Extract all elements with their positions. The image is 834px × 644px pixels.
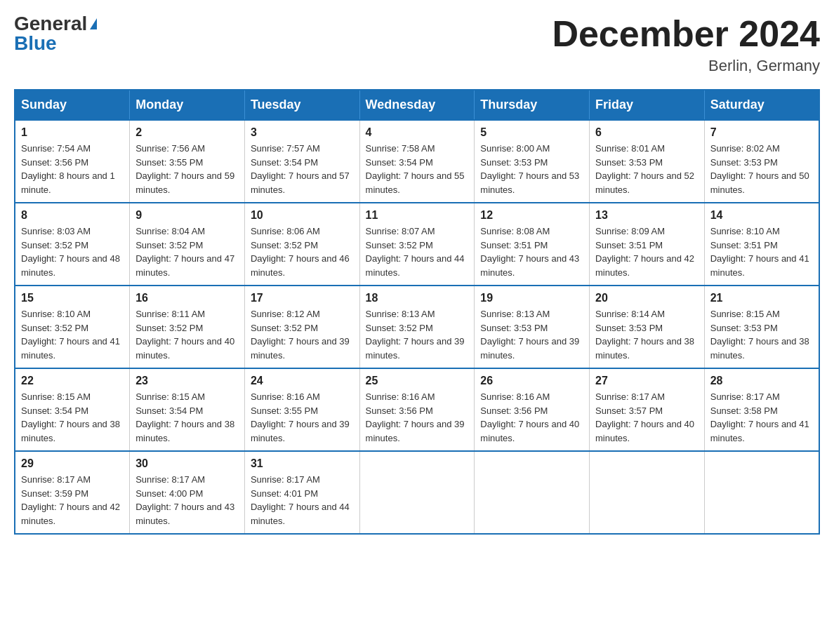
day-cell: 16Sunrise: 8:11 AMSunset: 3:52 PMDayligh… — [130, 286, 245, 368]
day-number: 25 — [366, 375, 469, 387]
day-info: Sunrise: 8:17 AMSunset: 4:00 PMDaylight:… — [135, 473, 239, 528]
day-info: Sunrise: 8:17 AMSunset: 4:01 PMDaylight:… — [251, 473, 354, 528]
day-info: Sunrise: 8:06 AMSunset: 3:52 PMDaylight:… — [251, 224, 354, 279]
day-number: 1 — [21, 126, 124, 139]
weekday-header-sunday: Sunday — [15, 90, 130, 120]
day-number: 19 — [480, 292, 583, 304]
day-info: Sunrise: 8:15 AMSunset: 3:54 PMDaylight:… — [135, 390, 239, 445]
day-cell — [475, 451, 590, 534]
day-info: Sunrise: 8:16 AMSunset: 3:56 PMDaylight:… — [480, 390, 583, 445]
day-info: Sunrise: 8:09 AMSunset: 3:51 PMDaylight:… — [595, 224, 699, 279]
logo-general-text: General — [14, 14, 87, 34]
day-info: Sunrise: 8:14 AMSunset: 3:53 PMDaylight:… — [595, 307, 699, 362]
day-number: 5 — [480, 126, 583, 139]
weekday-header-saturday: Saturday — [704, 90, 819, 120]
week-row-1: 1Sunrise: 7:54 AMSunset: 3:56 PMDaylight… — [15, 120, 819, 203]
day-info: Sunrise: 8:13 AMSunset: 3:52 PMDaylight:… — [366, 307, 469, 362]
weekday-header-friday: Friday — [590, 90, 705, 120]
page-header: General Blue December 2024 Berlin, Germa… — [14, 14, 820, 75]
day-cell: 2Sunrise: 7:56 AMSunset: 3:55 PMDaylight… — [130, 120, 245, 203]
weekday-header-thursday: Thursday — [475, 90, 590, 120]
day-number: 6 — [595, 126, 699, 139]
day-number: 17 — [251, 292, 354, 304]
logo-triangle-icon — [90, 18, 97, 29]
day-info: Sunrise: 8:07 AMSunset: 3:52 PMDaylight:… — [366, 224, 469, 279]
day-number: 7 — [710, 126, 813, 139]
month-title: December 2024 — [552, 14, 820, 54]
calendar-table: SundayMondayTuesdayWednesdayThursdayFrid… — [14, 89, 820, 535]
title-block: December 2024 Berlin, Germany — [552, 14, 820, 75]
day-number: 10 — [251, 209, 354, 222]
day-cell: 31Sunrise: 8:17 AMSunset: 4:01 PMDayligh… — [244, 451, 359, 534]
day-info: Sunrise: 8:12 AMSunset: 3:52 PMDaylight:… — [251, 307, 354, 362]
day-cell: 1Sunrise: 7:54 AMSunset: 3:56 PMDaylight… — [15, 120, 130, 203]
day-cell: 21Sunrise: 8:15 AMSunset: 3:53 PMDayligh… — [704, 286, 819, 368]
day-number: 24 — [251, 375, 354, 387]
day-cell — [704, 451, 819, 534]
day-cell: 25Sunrise: 8:16 AMSunset: 3:56 PMDayligh… — [359, 368, 475, 451]
day-number: 23 — [135, 375, 239, 387]
day-cell: 11Sunrise: 8:07 AMSunset: 3:52 PMDayligh… — [359, 203, 475, 286]
week-row-2: 8Sunrise: 8:03 AMSunset: 3:52 PMDaylight… — [15, 203, 819, 286]
week-row-4: 22Sunrise: 8:15 AMSunset: 3:54 PMDayligh… — [15, 368, 819, 451]
day-number: 31 — [251, 457, 354, 470]
day-info: Sunrise: 8:00 AMSunset: 3:53 PMDaylight:… — [480, 142, 583, 196]
day-cell: 5Sunrise: 8:00 AMSunset: 3:53 PMDaylight… — [475, 120, 590, 203]
day-info: Sunrise: 8:01 AMSunset: 3:53 PMDaylight:… — [595, 142, 699, 196]
day-cell: 18Sunrise: 8:13 AMSunset: 3:52 PMDayligh… — [359, 286, 475, 368]
day-info: Sunrise: 7:54 AMSunset: 3:56 PMDaylight:… — [21, 142, 124, 196]
day-number: 9 — [135, 209, 239, 222]
day-cell: 7Sunrise: 8:02 AMSunset: 3:53 PMDaylight… — [704, 120, 819, 203]
day-info: Sunrise: 8:11 AMSunset: 3:52 PMDaylight:… — [135, 307, 239, 362]
day-info: Sunrise: 8:15 AMSunset: 3:53 PMDaylight:… — [710, 307, 813, 362]
day-number: 11 — [366, 209, 469, 222]
day-cell: 3Sunrise: 7:57 AMSunset: 3:54 PMDaylight… — [244, 120, 359, 203]
day-number: 29 — [21, 457, 124, 470]
logo: General Blue — [14, 14, 97, 53]
day-info: Sunrise: 7:56 AMSunset: 3:55 PMDaylight:… — [135, 142, 239, 196]
day-info: Sunrise: 7:58 AMSunset: 3:54 PMDaylight:… — [366, 142, 469, 196]
day-cell: 6Sunrise: 8:01 AMSunset: 3:53 PMDaylight… — [590, 120, 705, 203]
weekday-header-row: SundayMondayTuesdayWednesdayThursdayFrid… — [15, 90, 819, 120]
location-subtitle: Berlin, Germany — [552, 57, 820, 75]
day-info: Sunrise: 8:10 AMSunset: 3:52 PMDaylight:… — [21, 307, 124, 362]
day-number: 3 — [251, 126, 354, 139]
day-number: 20 — [595, 292, 699, 304]
day-cell: 10Sunrise: 8:06 AMSunset: 3:52 PMDayligh… — [244, 203, 359, 286]
day-cell: 28Sunrise: 8:17 AMSunset: 3:58 PMDayligh… — [704, 368, 819, 451]
day-number: 4 — [366, 126, 469, 139]
day-number: 14 — [710, 209, 813, 222]
day-info: Sunrise: 8:03 AMSunset: 3:52 PMDaylight:… — [21, 224, 124, 279]
day-cell: 14Sunrise: 8:10 AMSunset: 3:51 PMDayligh… — [704, 203, 819, 286]
day-number: 8 — [21, 209, 124, 222]
day-cell — [590, 451, 705, 534]
day-info: Sunrise: 8:04 AMSunset: 3:52 PMDaylight:… — [135, 224, 239, 279]
day-info: Sunrise: 8:16 AMSunset: 3:55 PMDaylight:… — [251, 390, 354, 445]
day-cell: 15Sunrise: 8:10 AMSunset: 3:52 PMDayligh… — [15, 286, 130, 368]
day-number: 16 — [135, 292, 239, 304]
day-cell: 24Sunrise: 8:16 AMSunset: 3:55 PMDayligh… — [244, 368, 359, 451]
day-info: Sunrise: 8:16 AMSunset: 3:56 PMDaylight:… — [366, 390, 469, 445]
weekday-header-monday: Monday — [130, 90, 245, 120]
day-cell: 30Sunrise: 8:17 AMSunset: 4:00 PMDayligh… — [130, 451, 245, 534]
day-cell: 23Sunrise: 8:15 AMSunset: 3:54 PMDayligh… — [130, 368, 245, 451]
day-number: 27 — [595, 375, 699, 387]
weekday-header-wednesday: Wednesday — [359, 90, 475, 120]
day-number: 30 — [135, 457, 239, 470]
day-info: Sunrise: 8:15 AMSunset: 3:54 PMDaylight:… — [21, 390, 124, 445]
day-info: Sunrise: 8:02 AMSunset: 3:53 PMDaylight:… — [710, 142, 813, 196]
day-number: 22 — [21, 375, 124, 387]
day-cell: 19Sunrise: 8:13 AMSunset: 3:53 PMDayligh… — [475, 286, 590, 368]
day-cell — [359, 451, 475, 534]
weekday-header-tuesday: Tuesday — [244, 90, 359, 120]
logo-blue-text: Blue — [14, 34, 57, 53]
day-info: Sunrise: 8:17 AMSunset: 3:57 PMDaylight:… — [595, 390, 699, 445]
day-info: Sunrise: 8:17 AMSunset: 3:58 PMDaylight:… — [710, 390, 813, 445]
day-info: Sunrise: 7:57 AMSunset: 3:54 PMDaylight:… — [251, 142, 354, 196]
day-cell: 22Sunrise: 8:15 AMSunset: 3:54 PMDayligh… — [15, 368, 130, 451]
day-cell: 29Sunrise: 8:17 AMSunset: 3:59 PMDayligh… — [15, 451, 130, 534]
day-number: 12 — [480, 209, 583, 222]
day-number: 2 — [135, 126, 239, 139]
day-number: 15 — [21, 292, 124, 304]
day-number: 26 — [480, 375, 583, 387]
